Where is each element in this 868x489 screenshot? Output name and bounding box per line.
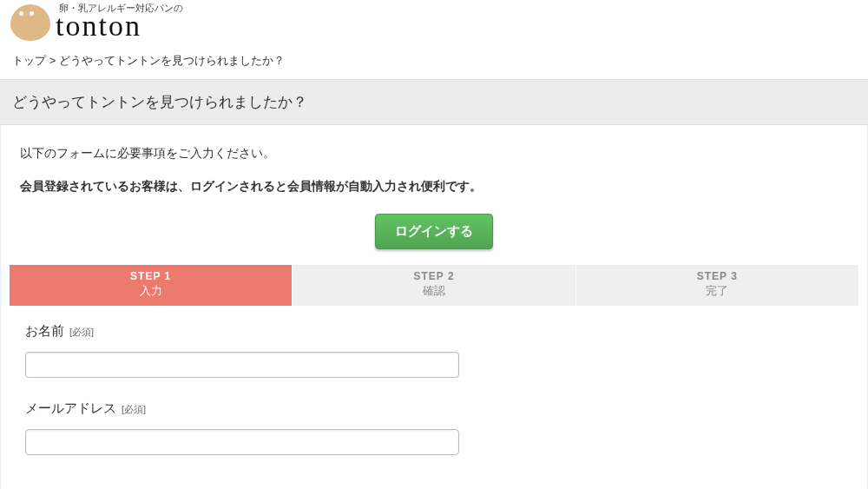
step-1-label: STEP 1 [10,270,292,282]
step-3-sub: 完了 [576,283,858,299]
step-2-label: STEP 2 [293,270,575,282]
name-label: お名前 [25,323,64,340]
step-2: STEP 2 確認 [293,265,575,306]
email-required: [必須] [122,403,146,416]
intro-text: 以下のフォームに必要事項をご入力ください。 [10,125,858,167]
page-title: どうやってトントンを見つけられましたか？ [0,79,868,125]
step-2-sub: 確認 [293,283,575,299]
intro-bold: 会員登録されているお客様は、ログインされると会員情報が自動入力され便利です。 [10,167,858,210]
breadcrumb-top[interactable]: トップ [12,54,46,67]
breadcrumb-sep: > [49,54,56,67]
name-required: [必須] [69,326,94,339]
step-indicator: STEP 1 入力 STEP 2 確認 STEP 3 完了 [10,265,858,306]
breadcrumb-current: どうやってトントンを見つけられましたか？ [59,54,285,67]
logo-icon [10,4,50,41]
step-3-label: STEP 3 [576,270,858,282]
name-input[interactable] [25,352,459,378]
logo-name: tonton [56,11,183,41]
field-name: お名前 [必須] [25,323,843,378]
step-1: STEP 1 入力 [10,265,292,306]
field-email: メールアドレス [必須] [25,400,843,455]
login-button[interactable]: ログインする [375,214,493,249]
logo[interactable]: 卵・乳アレルギー対応パンの tonton [10,0,858,46]
breadcrumb: トップ > どうやってトントンを見つけられましたか？ [10,46,858,79]
step-3: STEP 3 完了 [576,265,858,306]
step-1-sub: 入力 [10,283,292,299]
email-input[interactable] [25,429,459,455]
email-label: メールアドレス [25,400,116,417]
